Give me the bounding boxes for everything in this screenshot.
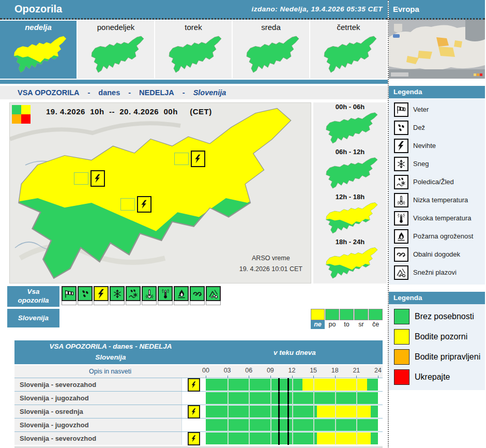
day-tab-četrtek[interactable]: četrtek [310, 21, 387, 79]
slovenia-map-thumbnail [320, 202, 381, 236]
hour-tick-label: 06 [245, 367, 252, 374]
legend-item-label: Visoka temperatura [413, 214, 472, 222]
legend-color-list: Brez posebnosti Bodite pozorni Bodite pr… [389, 304, 485, 390]
checker-orange [12, 114, 21, 124]
poledica-icon [396, 177, 406, 187]
time-map-label: 06h - 12h [313, 147, 387, 157]
region-link[interactable]: Slovenija - severozahod [14, 378, 182, 391]
current-time-marker [278, 419, 280, 431]
row-warning-icon-cell [182, 378, 206, 391]
day-tab-torek[interactable]: torek [155, 21, 232, 79]
main-column: Opozorila izdano: Nedelja, 19.4.2026 05:… [0, 0, 388, 448]
table-footer [14, 445, 383, 448]
slovenia-map-thumbnail [320, 247, 381, 281]
region-link[interactable]: Slovenija - jugovzhod [14, 419, 182, 431]
time-map-label: 12h - 18h [313, 192, 387, 202]
warning-type-dez [78, 286, 93, 305]
title-day: NEDELJA [139, 88, 174, 97]
nevihte-icon [93, 174, 102, 183]
nevihte-icon [190, 408, 198, 415]
legend-title: Legenda [389, 86, 485, 98]
visoka-temperatura-icon [160, 289, 171, 299]
legend-level-label: Bodite pripravljeni [415, 352, 480, 362]
time-map-12h-18h: 12h - 18h [313, 192, 387, 237]
day-cell-to[interactable]: to [340, 309, 354, 329]
snezni-plazovi-icon [208, 289, 219, 299]
hour-tick-label: 03 [224, 367, 231, 374]
current-time-marker [278, 378, 280, 391]
obalni-dogodek-icon [396, 249, 406, 260]
day-cell-če[interactable]: če [369, 309, 383, 329]
grid-line [227, 419, 229, 431]
warning-timeline [206, 419, 378, 431]
current-time-marker [278, 392, 280, 405]
day-abbrev: če [369, 320, 383, 329]
poledica-icon [128, 289, 139, 299]
day-cell-sr[interactable]: sr [354, 309, 368, 329]
warning-timeline [206, 392, 378, 405]
hour-tick-label: 15 [310, 367, 317, 374]
legend-level-green: Brez posebnosti [389, 306, 485, 326]
day-abbrev: ne [311, 320, 325, 329]
time-map-label: 18h - 24h [313, 237, 387, 247]
region-link[interactable]: Slovenija - osrednja [14, 405, 182, 418]
table-row: Slovenija - severozahod [14, 378, 383, 391]
legend-item-label: Veter [413, 106, 429, 113]
level-color-swatch [394, 349, 409, 365]
legend-icon-box [394, 265, 408, 280]
time-period-maps: 00h - 06h 06h - 12h 12h - 18h 18h - 24h [313, 102, 387, 283]
day-tab-ponedeljek[interactable]: ponedeljek [78, 21, 154, 79]
timeline-segment-green [206, 432, 317, 444]
table-header: VSA OPOZORILA - danes - NEDELJA Slovenij… [14, 340, 383, 364]
legend-icon-box [394, 121, 408, 135]
row-warning-icon-cell [182, 405, 206, 418]
grid-line [227, 392, 229, 405]
nevihte-warning-box [188, 405, 200, 419]
nizka-temperatura-icon [144, 289, 155, 299]
grid-line [335, 392, 336, 405]
title-today: danes [98, 88, 120, 97]
legend-item-pozarna-ogrozenost: Požarna ogroženost [389, 227, 485, 245]
grid-line [249, 378, 250, 391]
nevihte-warning-box [188, 378, 200, 392]
grid-line [249, 405, 250, 418]
time-map-06h-12h: 06h - 12h [313, 147, 387, 192]
warning-type-nevihte [94, 286, 109, 305]
region-link[interactable]: Slovenija - jugozahod [14, 392, 182, 405]
legend-item-label: Poledica/Žled [413, 178, 454, 186]
grid-line [270, 378, 271, 391]
all-warnings-row: Vsa opozorila [7, 286, 388, 307]
nevihte-warning-box [191, 151, 205, 167]
slovenia-label: Slovenija [7, 309, 59, 327]
grid-line [313, 432, 314, 445]
region-highlight-box [120, 198, 135, 211]
legend-level-label: Bodite pozorni [415, 332, 467, 341]
warning-type-nizka-temperatura [142, 286, 157, 305]
grid-line [270, 432, 271, 445]
day-level-square [354, 309, 368, 320]
map-validity-period: 19. 4.2026 10h -- 20. 4.2026 00h (CET) [46, 107, 212, 116]
legend-item-label: Sneg [413, 160, 429, 168]
day-cell-ne[interactable]: ne [311, 309, 325, 329]
warning-type-strip [62, 286, 221, 305]
europe-map[interactable] [389, 20, 485, 79]
day-tab-label: nedelja [0, 21, 77, 34]
warning-type-obalni-dogodek [190, 286, 205, 305]
day-tab-nedelja[interactable]: nedelja [0, 21, 77, 79]
day-tab-sreda[interactable]: sreda [233, 21, 309, 79]
nizka-temperatura-icon [396, 195, 406, 205]
region-warning-rows: Slovenija - severozahod Slovenija - jugo… [14, 378, 383, 445]
title-region: Slovenija [193, 88, 226, 97]
time-map-00h-06h: 00h - 06h [313, 102, 387, 147]
legend-icon-box [394, 211, 408, 226]
grid-line [335, 405, 336, 418]
hour-tick-label: 24 [374, 367, 382, 374]
region-link[interactable]: Slovenija - severovzhod [14, 432, 182, 445]
day-tab-label: torek [155, 21, 232, 34]
visoka-temperatura-icon [396, 213, 406, 223]
nevihte-level-box [94, 286, 109, 301]
day-cell-po[interactable]: po [325, 309, 339, 329]
timeline-segment-yellow [317, 432, 371, 444]
grid-line [292, 392, 293, 405]
nevihte-warning-box [188, 432, 200, 445]
